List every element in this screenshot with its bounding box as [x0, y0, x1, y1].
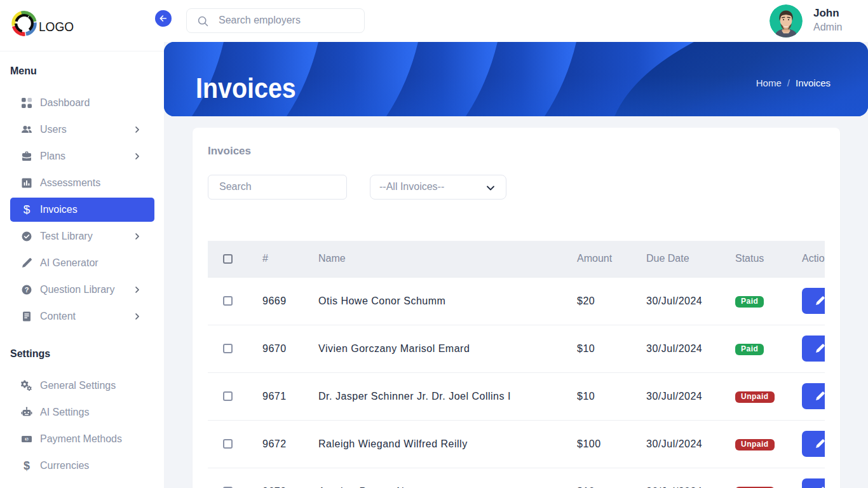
- svg-text:$: $: [24, 204, 31, 215]
- svg-text:?: ?: [25, 286, 29, 294]
- svg-text:$: $: [24, 460, 30, 471]
- svg-text:$: $: [25, 437, 28, 442]
